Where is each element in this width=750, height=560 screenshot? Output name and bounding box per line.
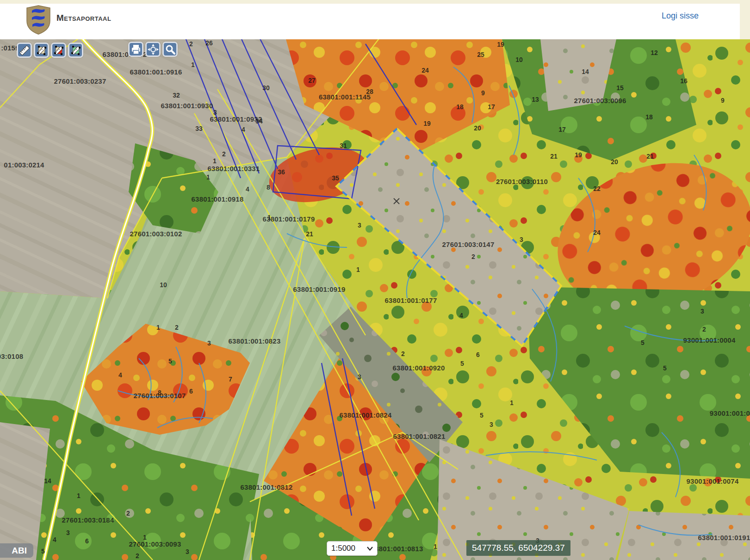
map-viewport[interactable]: :015963801:001:023363801:001:091627601:0… [0,39,750,560]
estonia-coat-of-arms-logo [26,5,50,35]
header: Metsaportaal Logi sisse [0,0,750,39]
right-cream-strip [740,0,750,39]
ruler-line-icon [19,45,30,56]
locate-icon [148,44,159,55]
top-cream-strip [0,0,750,4]
scale-value: 1:5000 [331,544,355,553]
search-button[interactable] [162,42,178,57]
ruler-area-red-icon [53,45,64,56]
search-icon [165,44,176,55]
print-button[interactable] [128,42,143,57]
help-button[interactable]: ABI [0,543,33,558]
print-icon [130,44,142,55]
locate-button[interactable] [145,42,161,57]
login-link[interactable]: Logi sisse [662,11,699,21]
cursor-coordinates: 547778.55, 6504229.37 [466,540,570,556]
measure-distance-button[interactable] [17,43,32,58]
measure-area-red-button[interactable] [51,43,66,58]
aerial-forest-map [0,39,750,560]
metsaportaal-app: Metsaportaal Logi sisse [0,0,750,560]
brand-title: Metsaportaal [56,13,111,23]
measure-area-button[interactable] [34,43,49,58]
ruler-area-icon [36,45,47,56]
map-scale-select[interactable]: 1:5000 [327,541,378,556]
ruler-area-green-icon [70,45,81,56]
measure-area-green-button[interactable] [68,43,83,58]
chevron-down-icon [367,547,373,551]
